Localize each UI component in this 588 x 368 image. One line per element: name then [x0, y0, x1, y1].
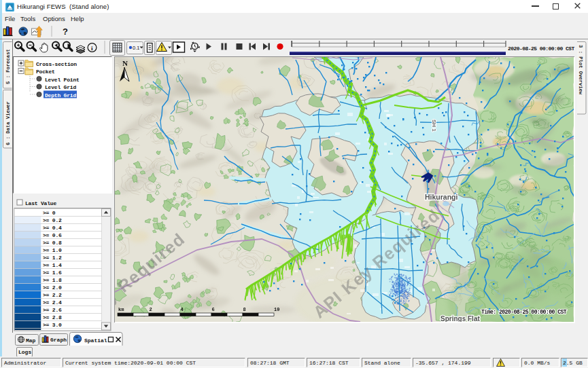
svg-text:>= 0.6: >= 0.6: [43, 232, 62, 238]
svg-text:6: 6: [212, 307, 215, 312]
svg-text:N: N: [122, 59, 128, 67]
svg-text:Last Value: Last Value: [25, 200, 56, 206]
svg-text:>= 2.6: >= 2.6: [43, 307, 62, 313]
svg-text:SH 1: SH 1: [431, 119, 437, 132]
svg-text:Graph: Graph: [50, 337, 67, 343]
svg-text:>= 1.2: >= 1.2: [43, 255, 62, 261]
svg-text:8: 8: [243, 307, 246, 312]
svg-text:0.1: 0.1: [133, 45, 139, 51]
svg-text:>= 1.6: >= 1.6: [43, 270, 62, 276]
svg-text:Time: 2020-08-25 00:00:00 CST: Time: 2020-08-25 00:00:00 CST: [481, 309, 567, 315]
svg-text:Level Grid: Level Grid: [45, 84, 76, 90]
svg-text:4: 4: [181, 307, 184, 312]
svg-text:>= 2.2: >= 2.2: [43, 292, 62, 298]
svg-text:Spatial: Spatial: [84, 337, 107, 344]
svg-text:Hikurangi: Hikurangi: [425, 193, 458, 201]
svg-text:>= 3.0: >= 3.0: [43, 322, 62, 328]
svg-text:2: 2: [150, 307, 152, 312]
svg-text:Map: Map: [26, 337, 36, 344]
svg-text:>= 0.2: >= 0.2: [43, 217, 62, 223]
svg-text:Depth Grid: Depth Grid: [45, 92, 76, 98]
svg-text:>= 1.4: >= 1.4: [43, 262, 62, 268]
svg-text:>= 1.8: >= 1.8: [43, 277, 62, 283]
svg-text:>= 2.4: >= 2.4: [43, 299, 62, 306]
svg-text:Pocket: Pocket: [36, 69, 55, 75]
svg-text:Level Point: Level Point: [45, 77, 80, 83]
svg-text:6 : Data Viewer: 6 : Data Viewer: [5, 101, 11, 145]
svg-text:10: 10: [274, 307, 279, 312]
svg-text:Cross-section: Cross-section: [36, 61, 77, 67]
svg-text:>= 1.0: >= 1.0: [43, 247, 62, 253]
svg-text:>= 2.8: >= 2.8: [43, 314, 62, 320]
svg-text:>= 2.0: >= 2.0: [43, 284, 62, 291]
svg-text:>= 0: >= 0: [43, 210, 56, 216]
svg-text:i: i: [91, 45, 93, 52]
svg-text:>= 0.8: >= 0.8: [43, 240, 62, 246]
svg-text:>= 0.4: >= 0.4: [43, 225, 62, 231]
svg-text:2020-08-25 00:00:00 CST: 2020-08-25 00:00:00 CST: [508, 45, 575, 52]
svg-text:km: km: [118, 307, 124, 312]
svg-text:Springs Flat: Springs Flat: [440, 315, 480, 322]
